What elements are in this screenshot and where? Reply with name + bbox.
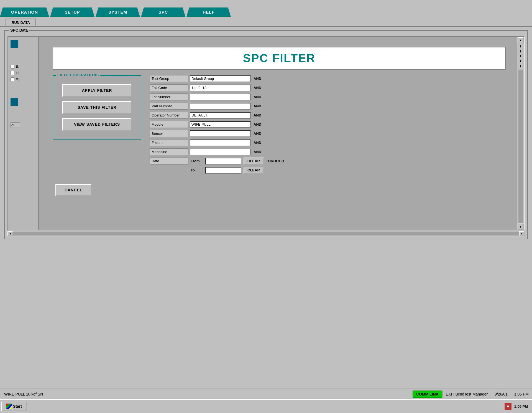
part-number-connector: AND — [254, 104, 261, 108]
field-row-boncer: Boncer AND — [150, 130, 310, 137]
fail-code-label: Fail Code — [150, 84, 188, 91]
checkbox-hi-label: Hi — [16, 71, 19, 75]
left-bottom-section: Al — [11, 122, 36, 128]
module-select[interactable]: WIFE PULL Module A — [190, 121, 251, 128]
date-to-input[interactable] — [205, 167, 241, 174]
scroll-up-btn[interactable]: ▲ — [518, 37, 524, 43]
checkbox-x[interactable]: X: — [11, 77, 36, 81]
checkbox-x-input[interactable] — [11, 77, 14, 81]
fixture-connector: AND — [254, 141, 261, 145]
filter-ops-box: FILTER OPERATIONS APPLY FILTER SAVE THIS… — [53, 75, 141, 140]
nav-tab-spc[interactable]: SPC — [141, 7, 185, 17]
nav-tab-system[interactable]: SYSTEM — [96, 7, 140, 17]
sub-navigation: RUN DATA — [0, 17, 532, 27]
lot-number-label: Lot Number — [150, 93, 188, 100]
right-f-labels: f f f f f — [520, 43, 521, 69]
status-comm-link: COMM LINK — [413, 391, 442, 398]
date-from-clear-btn[interactable]: CLEAR — [244, 158, 264, 164]
taskbar-right: A 1:05 PM — [505, 403, 531, 410]
scroll-horizontal-track[interactable] — [13, 232, 519, 235]
inner-scroll-content: SPC FILTER FILTER OPERATIONS APPLY FILTE… — [44, 41, 511, 201]
magazine-select[interactable] — [190, 149, 251, 155]
magazine-label: Magazine — [150, 148, 188, 155]
scroll-left-btn[interactable]: ◄ — [7, 231, 13, 236]
field-row-fixture: Fixture AND — [150, 139, 310, 146]
save-filter-button[interactable]: SAVE THIS FILTER — [62, 101, 132, 114]
operator-number-select[interactable]: DEFAULT OP1 — [190, 112, 251, 119]
field-row-part-number: Part Number AND — [150, 103, 310, 110]
operator-number-connector: AND — [254, 113, 261, 117]
fail-code-select[interactable]: 1 to 9, 13 All — [190, 85, 251, 91]
spc-filter-title-box: SPC FILTER — [53, 47, 506, 70]
nav-tab-help[interactable]: HELF — [186, 7, 231, 17]
date-from-input[interactable] — [205, 158, 241, 164]
left-panel: B: Hi X: Al — [8, 37, 39, 230]
spc-data-label: SPC Data — [9, 28, 29, 32]
checkbox-b-label: B: — [16, 64, 19, 69]
status-date: 9/26/01 — [491, 391, 511, 397]
fixture-label: Fixture — [150, 139, 188, 146]
part-number-label: Part Number — [150, 103, 188, 110]
view-saved-filters-button[interactable]: VIEW SAVED FILTERS — [62, 118, 132, 131]
scroll-track[interactable] — [518, 70, 523, 223]
taskbar-time: 1:05 PM — [514, 404, 528, 409]
field-row-magazine: Magazine AND — [150, 148, 310, 155]
checkbox-hi-input[interactable] — [11, 71, 14, 75]
operator-number-label: Operator Number — [150, 112, 188, 119]
test-group-connector: AND — [254, 77, 261, 81]
magazine-connector: AND — [254, 150, 261, 154]
nav-tab-setup[interactable]: SETUP — [50, 7, 94, 17]
boncer-connector: AND — [254, 131, 261, 136]
checkbox-b-input[interactable] — [11, 65, 14, 69]
cancel-btn-area: CANCEL — [53, 176, 506, 196]
left-blue-btn-mid[interactable] — [11, 98, 18, 106]
date-to-clear-btn[interactable]: CLEAR — [244, 167, 264, 174]
right-scrollbar: ▲ f f f f f ▼ — [517, 37, 524, 230]
date-label: Date — [150, 158, 188, 164]
start-button[interactable]: Start — [1, 402, 27, 411]
left-blue-btn-top[interactable] — [11, 40, 18, 48]
lot-number-select[interactable] — [190, 94, 251, 100]
fixture-select[interactable] — [190, 140, 251, 146]
nav-tab-operation[interactable]: OPERATION — [0, 7, 49, 17]
date-from-row: Date From CLEAR THROUGH — [150, 158, 310, 164]
scroll-down-btn[interactable]: ▼ — [518, 224, 524, 230]
status-bar: WIRE PULL 10 kgf SN COMM LINK EXIT BcndT… — [0, 389, 532, 399]
boncer-label: Boncer — [150, 130, 188, 137]
checkbox-b[interactable]: B: — [11, 64, 36, 69]
part-number-select[interactable] — [190, 103, 251, 110]
checkbox-x-label: X: — [16, 77, 19, 81]
module-label: Module — [150, 121, 188, 128]
through-label: THROUGH — [266, 159, 284, 163]
bottom-scrollbar: ◄ ► — [7, 230, 525, 236]
spc-data-box: SPC Data B: Hi X: — [4, 30, 528, 239]
spc-filter-title: SPC FILTER — [57, 52, 501, 65]
fields-area: Test Group Default Group Group A AND Fai… — [150, 75, 310, 176]
left-label-al: Al — [11, 122, 20, 128]
test-group-label: Test Group — [150, 75, 188, 82]
taskbar-app-icon: A — [505, 403, 511, 410]
status-wire-pull: WIRE PULL 10 kgf SN — [0, 392, 413, 396]
date-from-label: From — [191, 159, 203, 163]
field-row-lot-number: Lot Number AND — [150, 93, 310, 100]
date-to-label: To — [191, 168, 203, 172]
cancel-button[interactable]: CANCEL — [55, 184, 91, 196]
form-row: FILTER OPERATIONS APPLY FILTER SAVE THIS… — [53, 75, 506, 176]
boncer-select[interactable] — [190, 130, 251, 137]
module-connector: AND — [254, 122, 261, 126]
taskbar: Start A 1:05 PM — [0, 399, 532, 413]
start-label: Start — [13, 404, 22, 409]
top-navigation: OPERATION SETUP SYSTEM SPC HELF — [0, 0, 532, 17]
checkbox-hi[interactable]: Hi — [11, 71, 36, 75]
field-row-test-group: Test Group Default Group Group A AND — [150, 75, 310, 82]
sub-tab-run-data[interactable]: RUN DATA — [6, 19, 36, 26]
checkbox-section-1: B: Hi X: — [11, 64, 36, 81]
date-to-row: To CLEAR — [150, 167, 310, 174]
fail-code-connector: AND — [254, 86, 261, 90]
status-time: 1:05 PM — [511, 391, 532, 397]
apply-filter-button[interactable]: APPLY FILTER — [62, 84, 132, 97]
field-row-fail-code: Fail Code 1 to 9, 13 All AND — [150, 84, 310, 91]
status-exit[interactable]: EXIT BcndTest Manager — [442, 391, 491, 397]
test-group-select[interactable]: Default Group Group A — [190, 75, 251, 82]
scroll-right-btn[interactable]: ► — [519, 231, 525, 236]
